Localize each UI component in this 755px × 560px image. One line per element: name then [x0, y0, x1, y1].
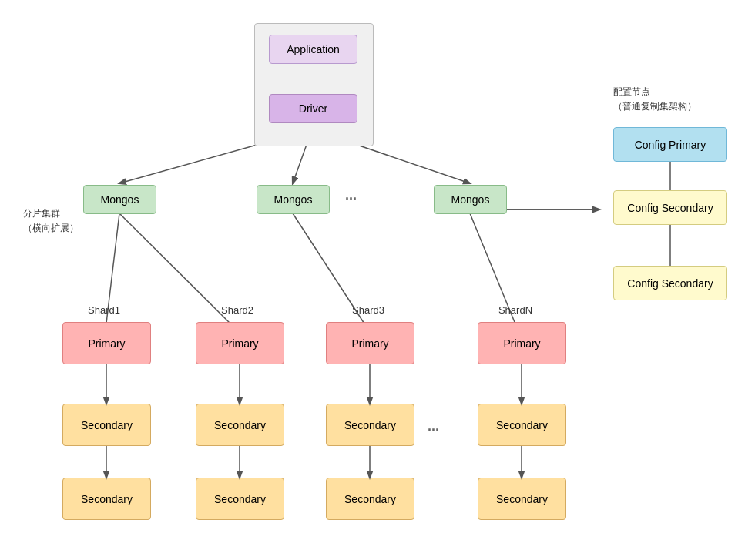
shardN-sec2-box: Secondary [478, 478, 566, 520]
shard1-primary-label: Primary [88, 337, 125, 350]
shard3-sec1-label: Secondary [344, 419, 396, 431]
config-sec2-label: Config Secondary [627, 277, 713, 290]
application-box: Application [269, 35, 357, 64]
shard2-sec2-label: Secondary [214, 493, 266, 505]
config-sec1-box: Config Secondary [613, 190, 727, 225]
config-sec2-box: Config Secondary [613, 266, 727, 300]
mongos3-label: Mongos [451, 193, 490, 206]
shard3-sec1-box: Secondary [326, 404, 414, 446]
shard2-sec1-label: Secondary [214, 419, 266, 431]
shard2-sec1-box: Secondary [196, 404, 284, 446]
shard1-primary-box: Primary [62, 322, 151, 364]
shardN-sec2-label: Secondary [496, 493, 548, 505]
mongos-dots: ··· [345, 191, 357, 207]
shard3-sec2-box: Secondary [326, 478, 414, 520]
config-primary-label: Config Primary [635, 139, 706, 151]
driver-box: Driver [269, 94, 357, 123]
shard3-label: Shard3 [334, 304, 403, 316]
shard2-primary-box: Primary [196, 322, 284, 364]
shard1-sec2-box: Secondary [62, 478, 151, 520]
driver-label: Driver [299, 102, 327, 115]
shard2-label: Shard2 [203, 304, 272, 316]
mongos1-box: Mongos [83, 185, 156, 214]
shard3-primary-label: Primary [351, 337, 388, 350]
mongos2-label: Mongos [274, 193, 313, 206]
shard1-label: Shard1 [69, 304, 139, 316]
shardN-primary-box: Primary [478, 322, 566, 364]
shard1-sec1-box: Secondary [62, 404, 151, 446]
shard1-sec2-label: Secondary [81, 493, 133, 505]
shardN-label: ShardN [481, 304, 550, 316]
shard3-primary-box: Primary [326, 322, 414, 364]
shardN-primary-label: Primary [503, 337, 540, 350]
shard2-primary-label: Primary [221, 337, 258, 350]
shard-cluster-label: 分片集群 （横向扩展） [23, 206, 79, 236]
shard3-sec2-label: Secondary [344, 493, 396, 505]
mongos1-label: Mongos [101, 193, 139, 206]
shardN-sec1-box: Secondary [478, 404, 566, 446]
application-label: Application [287, 43, 340, 55]
shard2-sec2-box: Secondary [196, 478, 284, 520]
diagram: Application Driver Mongos Mongos ··· Mon… [0, 0, 755, 560]
shard1-sec1-label: Secondary [81, 419, 133, 431]
shard-sec-dots: ··· [428, 422, 439, 438]
config-primary-box: Config Primary [613, 127, 727, 162]
config-label: 配置节点 （普通复制集架构） [613, 85, 696, 114]
shardN-sec1-label: Secondary [496, 419, 548, 431]
mongos3-box: Mongos [434, 185, 507, 214]
mongos2-box: Mongos [257, 185, 330, 214]
config-sec1-label: Config Secondary [627, 202, 713, 214]
